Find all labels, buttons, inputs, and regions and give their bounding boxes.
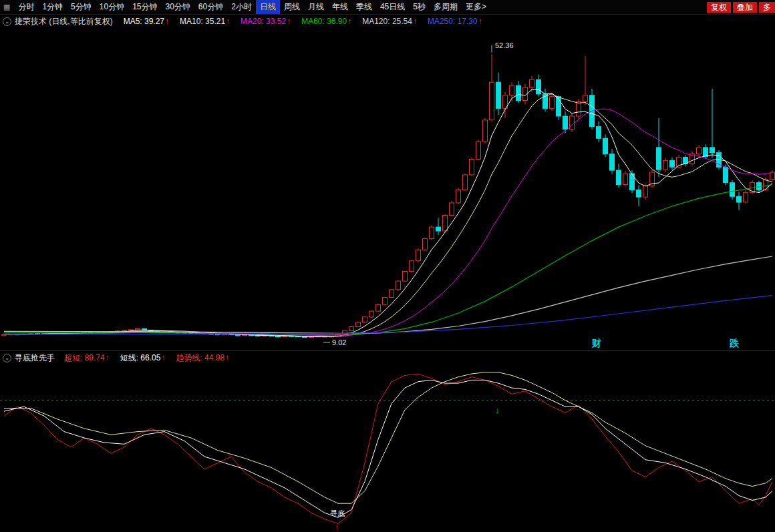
up-arrow-icon: ↑ (106, 353, 110, 362)
period-tab-14[interactable]: 5秒 (409, 0, 430, 14)
indicator-readout-0: 超短: 89.74↑ (64, 353, 110, 362)
indicator-labels: 超短: 89.74↑短线: 66.05↑趋势线: 44.98↑ (64, 352, 240, 364)
period-tab-7[interactable]: 2小时 (227, 0, 256, 14)
corner-badge-2[interactable]: 多 (759, 2, 775, 13)
indicator-chart[interactable]: 寻底↑↓ (0, 365, 775, 532)
up-arrow-icon: ↑ (226, 17, 230, 26)
collapse-chevron-icon[interactable]: ⌄ (3, 17, 11, 26)
period-tab-0[interactable]: 分时 (14, 0, 38, 14)
period-tab-8[interactable]: 日线 (256, 0, 280, 14)
collapse-chevron-icon[interactable]: ⌄ (3, 354, 11, 362)
svg-text:9.02: 9.02 (332, 338, 346, 346)
period-tab-2[interactable]: 5分钟 (67, 0, 96, 14)
up-arrow-icon: ↑ (347, 17, 351, 26)
period-tab-13[interactable]: 45日线 (376, 0, 409, 14)
period-tabs: 分时1分钟5分钟10分钟15分钟30分钟60分钟2小时日线周线月线年线季线45日… (14, 0, 490, 14)
period-tab-3[interactable]: 10分钟 (96, 0, 128, 14)
svg-text:52.36: 52.36 (495, 41, 514, 49)
ma-labels: MA5: 39.27↑MA10: 35.21↑MA20: 33.52↑MA60:… (124, 17, 493, 26)
up-arrow-icon: ↑ (161, 353, 165, 362)
ma-readout-1: MA10: 35.21↑ (180, 17, 230, 26)
indicator-svg[interactable]: 寻底↑↓ (0, 365, 775, 532)
period-tab-12[interactable]: 季线 (352, 0, 376, 14)
svg-text:↑: ↑ (335, 522, 339, 532)
period-tab-11[interactable]: 年线 (328, 0, 352, 14)
up-arrow-icon: ↑ (287, 17, 291, 26)
svg-text:↓: ↓ (495, 405, 500, 415)
period-tabbar: ▦ 分时1分钟5分钟10分钟15分钟30分钟60分钟2小时日线周线月线年线季线4… (0, 0, 775, 15)
ma-readout-0: MA5: 39.27↑ (124, 17, 169, 26)
svg-text:寻底: 寻底 (330, 509, 345, 517)
period-tab-16[interactable]: 更多> (462, 0, 490, 14)
ma-readout-2: MA20: 33.52↑ (241, 17, 291, 26)
up-arrow-icon: ↑ (225, 353, 229, 362)
main-candlestick-chart[interactable]: 52.369.02财跌 (0, 28, 775, 350)
indicator-panel: ⌄ 寻底抢先手 超短: 89.74↑短线: 66.05↑趋势线: 44.98↑ … (0, 350, 775, 532)
ma-readout-4: MA120: 25.54↑ (362, 17, 417, 26)
up-arrow-icon: ↑ (478, 17, 482, 26)
ma-readout-5: MA250: 17.30↑ (428, 17, 482, 26)
up-arrow-icon: ↑ (165, 17, 169, 26)
indicator-readout-2: 趋势线: 44.98↑ (176, 353, 229, 362)
period-tab-5[interactable]: 30分钟 (162, 0, 194, 14)
period-tab-9[interactable]: 周线 (280, 0, 304, 14)
app-grid-icon[interactable]: ▦ (3, 3, 10, 11)
period-tab-6[interactable]: 60分钟 (194, 0, 227, 14)
main-chart-panel: ⌄ 捷荣技术 (日线,等比前复权) MA5: 39.27↑MA10: 35.21… (0, 15, 775, 350)
svg-text:财: 财 (591, 338, 601, 348)
indicator-header: ⌄ 寻底抢先手 超短: 89.74↑短线: 66.05↑趋势线: 44.98↑ (0, 350, 775, 365)
period-tab-10[interactable]: 月线 (304, 0, 328, 14)
stock-title: 捷荣技术 (日线,等比前复权) (15, 16, 113, 27)
trading-app-window: ▦ 分时1分钟5分钟10分钟15分钟30分钟60分钟2小时日线周线月线年线季线4… (0, 0, 775, 532)
indicator-readout-1: 短线: 66.05↑ (120, 353, 166, 362)
indicator-title: 寻底抢先手 (15, 352, 55, 364)
corner-badges: 复权叠加多 (705, 2, 775, 13)
period-tab-15[interactable]: 多周期 (430, 0, 462, 14)
candlestick-svg[interactable]: 52.369.02财跌 (0, 28, 775, 350)
period-tab-1[interactable]: 1分钟 (38, 0, 67, 14)
up-arrow-icon: ↑ (413, 17, 417, 26)
ma-readout-3: MA60: 36.90↑ (301, 17, 351, 26)
corner-badge-0[interactable]: 复权 (707, 2, 731, 13)
main-chart-header: ⌄ 捷荣技术 (日线,等比前复权) MA5: 39.27↑MA10: 35.21… (0, 15, 775, 28)
period-tab-4[interactable]: 15分钟 (128, 0, 161, 14)
corner-badge-1[interactable]: 叠加 (733, 2, 757, 13)
svg-text:跌: 跌 (729, 338, 740, 348)
